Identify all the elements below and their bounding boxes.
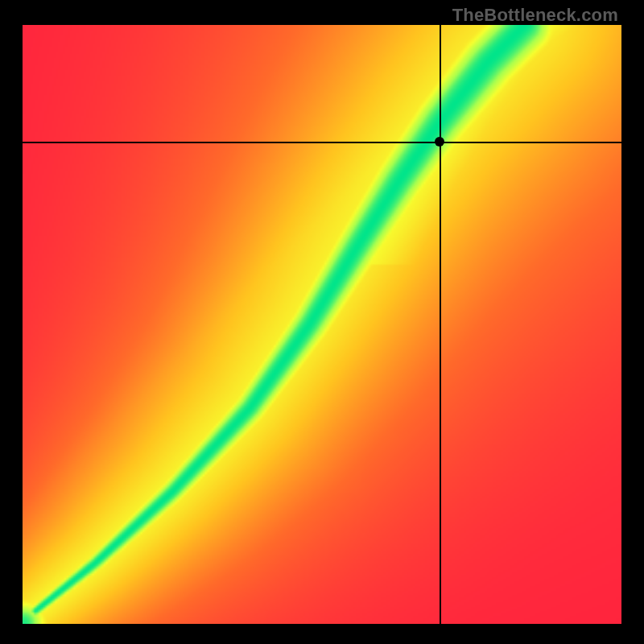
heatmap-plot	[23, 25, 621, 624]
heatmap-canvas	[23, 25, 621, 624]
crosshair-marker	[435, 137, 444, 147]
watermark-text: TheBottleneck.com	[452, 5, 618, 26]
crosshair-vertical	[440, 25, 441, 624]
crosshair-horizontal	[23, 142, 621, 143]
